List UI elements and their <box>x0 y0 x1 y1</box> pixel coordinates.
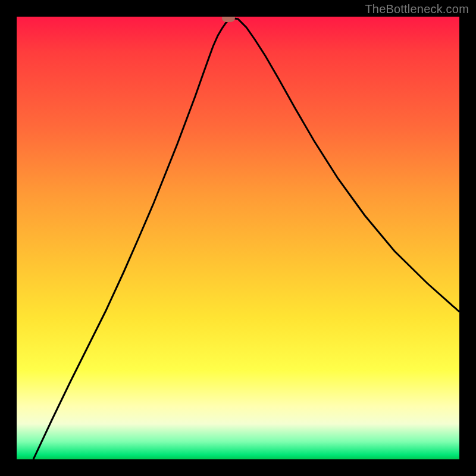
curve-path <box>33 18 459 459</box>
minimum-marker <box>222 17 235 22</box>
plot-area <box>17 17 459 459</box>
watermark-text: TheBottleneck.com <box>365 2 469 16</box>
chart-frame: TheBottleneck.com <box>0 0 476 476</box>
bottleneck-curve <box>17 17 459 459</box>
